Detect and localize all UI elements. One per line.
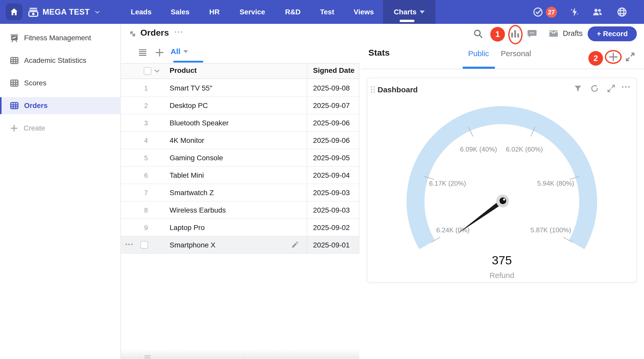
cell-product[interactable]: Gaming Console: [170, 154, 223, 162]
view-tab-all[interactable]: All: [171, 47, 188, 56]
table-more-button[interactable]: [175, 31, 182, 33]
table-right-border: [359, 63, 359, 253]
expand-stats-button[interactable]: [625, 51, 636, 63]
drafts-label[interactable]: Drafts: [563, 29, 583, 38]
row-menu-icon[interactable]: [126, 244, 133, 245]
gauge-chart: 6.24K (0%) 6.17K (20%) 6.09K (40%) 6.02K…: [367, 78, 637, 283]
table-row[interactable]: 3 Bluetooth Speaker 2025-09-06: [121, 114, 359, 132]
nav-item-hr[interactable]: HR: [209, 0, 220, 24]
column-header-product[interactable]: Product: [170, 66, 197, 75]
grid-footer-handle-icon: [144, 355, 151, 359]
cell-product[interactable]: Smartwatch Z: [170, 189, 214, 197]
annotation-step-1: 1: [490, 27, 505, 42]
cell-signed-date[interactable]: 2025-09-07: [313, 102, 350, 110]
table-row[interactable]: 10 Smartphone X 2025-09-01: [121, 236, 359, 254]
nav-item-sales[interactable]: Sales: [171, 0, 189, 24]
automation-button[interactable]: [569, 0, 580, 24]
column-divider: [307, 63, 307, 253]
cell-signed-date[interactable]: 2025-09-08: [313, 84, 350, 92]
cell-product[interactable]: Wireless Earbuds: [170, 206, 226, 214]
view-list-icon: [138, 48, 148, 57]
diagonal-resize-icon: [128, 29, 137, 38]
nav-item-rnd[interactable]: R&D: [285, 0, 301, 24]
table-row[interactable]: 9 Laptop Pro 2025-09-02: [121, 219, 359, 236]
sidebar-item-label: Academic Statistics: [24, 56, 86, 65]
sidebar-item-label: Scores: [24, 79, 46, 87]
sidebar-create-button[interactable]: Create: [0, 120, 121, 137]
row-checkbox[interactable]: [140, 241, 148, 249]
view-list-button[interactable]: [138, 48, 148, 57]
cell-signed-date[interactable]: 2025-09-02: [313, 224, 350, 232]
sidebar-item-label: Fitness Management: [24, 34, 91, 42]
app-root: MEGA TEST Leads Sales HR Service R&D Tes…: [0, 0, 644, 359]
edit-pencil-icon[interactable]: [290, 241, 299, 250]
nav-item-test[interactable]: Test: [320, 0, 334, 24]
cell-signed-date[interactable]: 2025-09-06: [313, 136, 350, 145]
home-button[interactable]: [6, 3, 23, 20]
home-icon: [9, 7, 19, 16]
sidebar-item-scores[interactable]: Scores: [0, 75, 121, 92]
row-number: 6: [139, 172, 153, 180]
workspace-switcher[interactable]: MEGA TEST: [28, 0, 100, 24]
search-button[interactable]: [473, 28, 483, 39]
cell-product[interactable]: Laptop Pro: [170, 224, 205, 232]
drafts-button[interactable]: [548, 28, 559, 39]
sparkle-bolt-icon: [569, 7, 580, 17]
language-button[interactable]: [617, 0, 627, 24]
check-circle-icon: [533, 7, 543, 17]
gauge-label-20: 6.17K (20%): [429, 180, 466, 187]
cell-product[interactable]: Smart TV 55": [170, 84, 212, 92]
select-all-checkbox[interactable]: [144, 67, 151, 75]
caret-down-icon: [420, 11, 425, 14]
add-view-button[interactable]: [155, 48, 164, 57]
cell-signed-date[interactable]: 2025-09-04: [313, 171, 350, 180]
cell-signed-date[interactable]: 2025-09-03: [313, 206, 350, 214]
table-row[interactable]: 5 Gaming Console 2025-09-05: [121, 149, 359, 167]
header-chevron-button[interactable]: [153, 67, 161, 75]
table-row[interactable]: 8 Wireless Earbuds 2025-09-03: [121, 202, 359, 219]
row-number: 4: [139, 137, 153, 145]
search-icon: [473, 28, 483, 39]
tab-personal[interactable]: Personal: [501, 49, 531, 58]
gauge-label-0: 6.24K (0%): [436, 226, 470, 234]
members-button[interactable]: [592, 0, 603, 24]
cell-product[interactable]: Desktop PC: [170, 102, 208, 110]
cell-signed-date[interactable]: 2025-09-06: [313, 119, 350, 127]
row-number: 7: [139, 189, 153, 197]
column-header-signed-date[interactable]: Signed Date: [313, 66, 355, 75]
add-record-button[interactable]: + Record: [588, 26, 637, 41]
sidebar-item-fitness-management[interactable]: Fitness Management: [0, 29, 121, 46]
table-row[interactable]: 1 Smart TV 55" 2025-09-08: [121, 79, 359, 97]
caret-down-icon: [183, 50, 188, 53]
cell-product[interactable]: Bluetooth Speaker: [170, 119, 228, 127]
table-row[interactable]: 4 4K Monitor 2025-09-06: [121, 132, 359, 149]
table-row[interactable]: 7 Smartwatch Z 2025-09-03: [121, 184, 359, 202]
workspace-logo-icon: [28, 6, 39, 18]
sidebar-item-academic-statistics[interactable]: Academic Statistics: [0, 52, 121, 69]
cell-signed-date[interactable]: 2025-09-03: [313, 189, 350, 197]
stats-panel-title: Stats: [368, 48, 390, 58]
tasks-check-button[interactable]: [533, 0, 543, 24]
view-tab-underline: [173, 61, 203, 63]
cell-product[interactable]: Tablet Mini: [170, 171, 204, 180]
notification-badge[interactable]: 27: [546, 7, 557, 18]
cell-product[interactable]: Smartphone X: [170, 241, 215, 249]
comments-button[interactable]: [527, 28, 537, 39]
tab-public[interactable]: Public: [468, 49, 489, 58]
nav-item-views[interactable]: Views: [354, 0, 374, 24]
row-number: 1: [139, 84, 153, 92]
table-row[interactable]: 6 Tablet Mini 2025-09-04: [121, 167, 359, 184]
cell-signed-date[interactable]: 2025-09-05: [313, 154, 350, 162]
table-row[interactable]: 2 Desktop PC 2025-09-07: [121, 97, 359, 114]
drafts-box-icon: [548, 28, 559, 39]
active-tab-underline: [400, 20, 414, 22]
people-icon: [592, 6, 603, 18]
expand-table-button[interactable]: [128, 29, 137, 38]
gauge-metric-name: Refund: [490, 271, 514, 280]
nav-item-service[interactable]: Service: [240, 0, 265, 24]
sidebar-item-orders[interactable]: Orders: [0, 97, 121, 114]
nav-item-charts-label: Charts: [394, 8, 417, 16]
cell-product[interactable]: 4K Monitor: [170, 136, 204, 145]
cell-signed-date[interactable]: 2025-09-01: [313, 241, 350, 249]
nav-item-leads[interactable]: Leads: [131, 0, 152, 24]
